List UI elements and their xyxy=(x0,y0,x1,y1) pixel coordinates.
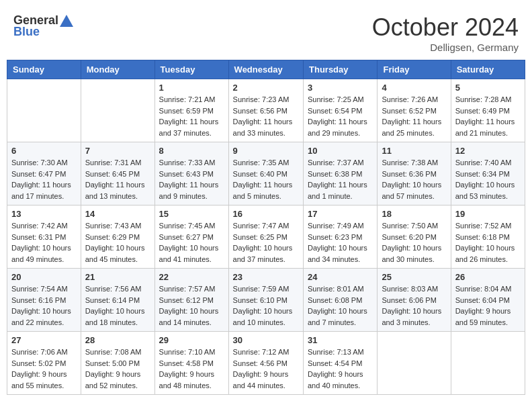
day-number: 20 xyxy=(11,272,77,282)
logo-icon xyxy=(60,15,73,27)
calendar-cell: 26Sunrise: 8:04 AMSunset: 6:04 PMDayligh… xyxy=(451,269,525,332)
day-info: Sunrise: 7:26 AMSunset: 6:52 PMDaylight:… xyxy=(382,94,446,138)
day-info: Sunrise: 7:25 AMSunset: 6:54 PMDaylight:… xyxy=(308,94,373,138)
calendar-cell: 6Sunrise: 7:30 AMSunset: 6:47 PMDaylight… xyxy=(7,142,81,205)
calendar-cell xyxy=(451,332,525,395)
calendar-table: Sunday Monday Tuesday Wednesday Thursday… xyxy=(7,60,525,395)
calendar-cell: 7Sunrise: 7:31 AMSunset: 6:45 PMDaylight… xyxy=(81,142,154,205)
day-info: Sunrise: 7:42 AMSunset: 6:31 PMDaylight:… xyxy=(11,220,77,265)
day-info: Sunrise: 7:33 AMSunset: 6:43 PMDaylight:… xyxy=(159,157,224,201)
col-saturday: Saturday xyxy=(451,60,525,79)
day-info: Sunrise: 7:45 AMSunset: 6:27 PMDaylight:… xyxy=(159,220,224,265)
day-info: Sunrise: 7:37 AMSunset: 6:38 PMDaylight:… xyxy=(308,157,373,201)
day-number: 8 xyxy=(159,146,224,156)
calendar-cell: 11Sunrise: 7:38 AMSunset: 6:36 PMDayligh… xyxy=(378,142,451,205)
calendar-cell: 23Sunrise: 7:59 AMSunset: 6:10 PMDayligh… xyxy=(228,269,303,332)
day-number: 6 xyxy=(11,146,77,156)
day-number: 23 xyxy=(233,272,299,282)
day-info: Sunrise: 7:50 AMSunset: 6:20 PMDaylight:… xyxy=(382,220,446,265)
day-number: 5 xyxy=(455,83,521,93)
calendar-cell: 27Sunrise: 7:06 AMSunset: 5:02 PMDayligh… xyxy=(7,332,81,395)
day-info: Sunrise: 7:54 AMSunset: 6:16 PMDaylight:… xyxy=(11,283,77,328)
day-info: Sunrise: 7:23 AMSunset: 6:56 PMDaylight:… xyxy=(233,94,299,138)
day-info: Sunrise: 7:59 AMSunset: 6:10 PMDaylight:… xyxy=(233,283,299,328)
calendar-cell: 17Sunrise: 7:49 AMSunset: 6:23 PMDayligh… xyxy=(304,205,378,269)
day-number: 17 xyxy=(308,209,373,219)
calendar-cell: 20Sunrise: 7:54 AMSunset: 6:16 PMDayligh… xyxy=(7,269,81,332)
calendar-cell: 25Sunrise: 8:03 AMSunset: 6:06 PMDayligh… xyxy=(378,269,451,332)
calendar-cell: 16Sunrise: 7:47 AMSunset: 6:25 PMDayligh… xyxy=(228,205,303,269)
day-number: 16 xyxy=(233,209,299,219)
day-info: Sunrise: 7:28 AMSunset: 6:49 PMDaylight:… xyxy=(455,94,521,138)
day-number: 12 xyxy=(455,146,521,156)
day-number: 1 xyxy=(159,83,224,93)
title-area: October 2024 Delligsen, Germany xyxy=(372,13,519,53)
day-info: Sunrise: 7:49 AMSunset: 6:23 PMDaylight:… xyxy=(308,220,373,265)
calendar-cell xyxy=(7,79,81,142)
day-info: Sunrise: 8:01 AMSunset: 6:08 PMDaylight:… xyxy=(308,283,373,328)
day-number: 19 xyxy=(455,209,521,219)
calendar-header-row: Sunday Monday Tuesday Wednesday Thursday… xyxy=(7,60,525,79)
day-info: Sunrise: 7:06 AMSunset: 5:02 PMDaylight:… xyxy=(11,347,77,391)
calendar-cell: 10Sunrise: 7:37 AMSunset: 6:38 PMDayligh… xyxy=(304,142,378,205)
day-number: 24 xyxy=(308,272,373,282)
day-info: Sunrise: 7:13 AMSunset: 4:54 PMDaylight:… xyxy=(308,347,373,391)
page-container: General Blue October 2024 Delligsen, Ger… xyxy=(7,7,525,395)
col-tuesday: Tuesday xyxy=(154,60,228,79)
day-number: 13 xyxy=(11,209,77,219)
calendar-cell: 1Sunrise: 7:21 AMSunset: 6:59 PMDaylight… xyxy=(154,79,228,142)
day-number: 22 xyxy=(159,272,224,282)
calendar-week-4: 20Sunrise: 7:54 AMSunset: 6:16 PMDayligh… xyxy=(7,269,525,332)
col-sunday: Sunday xyxy=(7,60,81,79)
day-number: 27 xyxy=(11,335,77,345)
calendar-cell: 29Sunrise: 7:10 AMSunset: 4:58 PMDayligh… xyxy=(154,332,228,395)
day-number: 30 xyxy=(233,335,299,345)
day-info: Sunrise: 7:47 AMSunset: 6:25 PMDaylight:… xyxy=(233,220,299,265)
logo: General Blue xyxy=(13,13,73,39)
day-number: 9 xyxy=(233,146,299,156)
day-number: 4 xyxy=(382,83,446,93)
day-info: Sunrise: 7:56 AMSunset: 6:14 PMDaylight:… xyxy=(85,283,150,328)
calendar-cell: 18Sunrise: 7:50 AMSunset: 6:20 PMDayligh… xyxy=(378,205,451,269)
day-number: 3 xyxy=(308,83,373,93)
calendar-cell: 8Sunrise: 7:33 AMSunset: 6:43 PMDaylight… xyxy=(154,142,228,205)
calendar-week-3: 13Sunrise: 7:42 AMSunset: 6:31 PMDayligh… xyxy=(7,205,525,269)
calendar-cell: 14Sunrise: 7:43 AMSunset: 6:29 PMDayligh… xyxy=(81,205,154,269)
day-number: 26 xyxy=(455,272,521,282)
day-info: Sunrise: 7:43 AMSunset: 6:29 PMDaylight:… xyxy=(85,220,150,265)
calendar-cell: 15Sunrise: 7:45 AMSunset: 6:27 PMDayligh… xyxy=(154,205,228,269)
day-number: 2 xyxy=(233,83,299,93)
calendar-cell: 30Sunrise: 7:12 AMSunset: 4:56 PMDayligh… xyxy=(228,332,303,395)
calendar-week-5: 27Sunrise: 7:06 AMSunset: 5:02 PMDayligh… xyxy=(7,332,525,395)
calendar-cell: 21Sunrise: 7:56 AMSunset: 6:14 PMDayligh… xyxy=(81,269,154,332)
calendar-cell: 13Sunrise: 7:42 AMSunset: 6:31 PMDayligh… xyxy=(7,205,81,269)
day-info: Sunrise: 8:04 AMSunset: 6:04 PMDaylight:… xyxy=(455,283,521,328)
calendar-cell: 28Sunrise: 7:08 AMSunset: 5:00 PMDayligh… xyxy=(81,332,154,395)
day-number: 18 xyxy=(382,209,446,219)
logo-blue-text: Blue xyxy=(13,25,40,39)
location-subtitle: Delligsen, Germany xyxy=(372,42,519,53)
day-number: 28 xyxy=(85,335,150,345)
day-info: Sunrise: 8:03 AMSunset: 6:06 PMDaylight:… xyxy=(382,283,446,328)
day-info: Sunrise: 7:40 AMSunset: 6:34 PMDaylight:… xyxy=(455,157,521,201)
day-number: 25 xyxy=(382,272,446,282)
header: General Blue October 2024 Delligsen, Ger… xyxy=(7,7,525,56)
calendar-cell: 5Sunrise: 7:28 AMSunset: 6:49 PMDaylight… xyxy=(451,79,525,142)
month-title: October 2024 xyxy=(372,13,519,42)
calendar-cell: 9Sunrise: 7:35 AMSunset: 6:40 PMDaylight… xyxy=(228,142,303,205)
day-info: Sunrise: 7:12 AMSunset: 4:56 PMDaylight:… xyxy=(233,347,299,391)
day-info: Sunrise: 7:35 AMSunset: 6:40 PMDaylight:… xyxy=(233,157,299,201)
day-number: 21 xyxy=(85,272,150,282)
col-friday: Friday xyxy=(378,60,451,79)
calendar-cell: 12Sunrise: 7:40 AMSunset: 6:34 PMDayligh… xyxy=(451,142,525,205)
calendar-cell xyxy=(378,332,451,395)
day-info: Sunrise: 7:21 AMSunset: 6:59 PMDaylight:… xyxy=(159,94,224,138)
day-number: 7 xyxy=(85,146,150,156)
calendar-week-1: 1Sunrise: 7:21 AMSunset: 6:59 PMDaylight… xyxy=(7,79,525,142)
calendar-cell: 22Sunrise: 7:57 AMSunset: 6:12 PMDayligh… xyxy=(154,269,228,332)
calendar-week-2: 6Sunrise: 7:30 AMSunset: 6:47 PMDaylight… xyxy=(7,142,525,205)
day-number: 11 xyxy=(382,146,446,156)
col-thursday: Thursday xyxy=(304,60,378,79)
day-info: Sunrise: 7:08 AMSunset: 5:00 PMDaylight:… xyxy=(85,347,150,391)
day-number: 10 xyxy=(308,146,373,156)
